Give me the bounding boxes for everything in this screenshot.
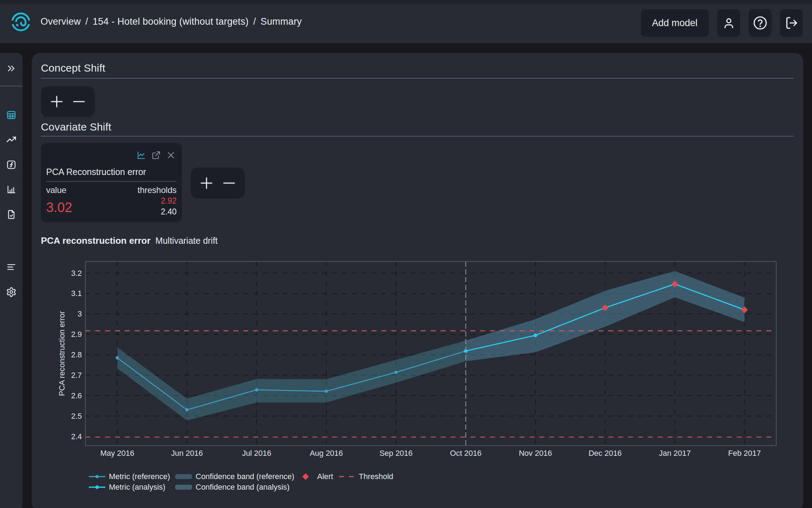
metric-thresholds-label: thresholds bbox=[134, 185, 177, 195]
logout-icon bbox=[785, 16, 799, 30]
sidebar-expand-button[interactable] bbox=[0, 62, 23, 75]
legend-label: Metric (reference) bbox=[109, 472, 170, 481]
legend-swatch-threshold bbox=[339, 471, 353, 482]
section-divider bbox=[41, 78, 794, 79]
chart-subtitle: Multivariate drift bbox=[155, 236, 217, 246]
legend-swatch-line-reference bbox=[89, 471, 105, 482]
sidebar-item-table[interactable] bbox=[0, 105, 23, 125]
sidebar-divider bbox=[0, 86, 23, 86]
sidebar-item-report[interactable] bbox=[0, 205, 23, 224]
app-header: Overview / 154 - Hotel booking (without … bbox=[0, 0, 812, 43]
close-icon bbox=[166, 151, 176, 160]
metric-value: 3.02 bbox=[46, 200, 72, 215]
help-icon bbox=[752, 15, 768, 31]
sidebar-item-trending[interactable] bbox=[0, 130, 23, 149]
header-actions: Add model bbox=[641, 9, 803, 37]
minus-icon bbox=[223, 177, 235, 189]
line-chart-icon bbox=[137, 151, 146, 160]
function-square-icon bbox=[6, 159, 17, 170]
breadcrumb-separator: / bbox=[85, 16, 88, 27]
legend-item-band-reference[interactable]: Confidence band (reference) bbox=[175, 471, 294, 482]
table-icon bbox=[6, 110, 17, 120]
breadcrumb-summary[interactable]: Summary bbox=[260, 16, 302, 27]
help-button[interactable] bbox=[749, 9, 771, 37]
metric-card-title: PCA Reconstruction error bbox=[46, 167, 146, 177]
gear-icon bbox=[6, 287, 17, 297]
main-panel: Concept Shift Covariate Shift bbox=[32, 53, 803, 508]
trending-up-icon bbox=[6, 134, 17, 145]
plus-icon bbox=[201, 177, 213, 189]
concept-add-button[interactable] bbox=[48, 93, 66, 110]
sidebar-item-settings[interactable] bbox=[0, 283, 23, 302]
legend-swatch-band-reference bbox=[175, 471, 192, 482]
logout-button[interactable] bbox=[780, 9, 803, 37]
add-model-button[interactable]: Add model bbox=[641, 9, 709, 37]
section-title-concept-shift: Concept Shift bbox=[41, 62, 105, 74]
legend-item-band-analysis[interactable]: Confidence band (analysis) bbox=[175, 482, 290, 492]
legend-label: Confidence band (analysis) bbox=[196, 483, 290, 492]
breadcrumb-overview[interactable]: Overview bbox=[41, 16, 81, 27]
concept-remove-button[interactable] bbox=[70, 93, 88, 110]
chart-title: PCA reconstruction error bbox=[41, 235, 150, 246]
metric-card-divider bbox=[46, 181, 177, 182]
nannyml-logo bbox=[11, 12, 30, 31]
legend-label: Metric (analysis) bbox=[109, 483, 165, 492]
legend-label: Threshold bbox=[359, 472, 393, 481]
user-icon bbox=[722, 16, 736, 30]
metric-value-label: value bbox=[46, 185, 66, 195]
show-chart-button[interactable] bbox=[137, 151, 146, 160]
minus-icon bbox=[73, 96, 85, 108]
chevrons-right-icon bbox=[6, 63, 17, 74]
legend-label: Confidence band (reference) bbox=[196, 472, 294, 481]
legend-swatch-band-analysis bbox=[175, 482, 192, 492]
metric-threshold-lower: 2.40 bbox=[134, 207, 177, 217]
sidebar-item-logs[interactable] bbox=[0, 258, 23, 277]
section-title-covariate-shift: Covariate Shift bbox=[41, 121, 111, 133]
plus-icon bbox=[51, 96, 63, 108]
chart-heading: PCA reconstruction errorMultivariate dri… bbox=[41, 235, 218, 246]
breadcrumb-separator: / bbox=[253, 16, 256, 27]
concept-shift-card bbox=[41, 86, 95, 117]
covariate-add-button[interactable] bbox=[198, 174, 215, 192]
close-button[interactable] bbox=[166, 151, 176, 160]
legend-swatch-line-analysis bbox=[89, 482, 105, 492]
legend-item-metric-reference[interactable]: Metric (reference) bbox=[89, 471, 170, 482]
open-external-button[interactable] bbox=[152, 151, 161, 160]
breadcrumb: Overview / 154 - Hotel booking (without … bbox=[41, 0, 302, 43]
align-left-lines-icon bbox=[6, 262, 17, 272]
legend-item-alert[interactable]: Alert bbox=[299, 471, 333, 482]
section-divider bbox=[41, 136, 794, 137]
sidebar bbox=[0, 53, 23, 508]
legend-item-metric-analysis[interactable]: Metric (analysis) bbox=[89, 482, 165, 492]
sidebar-item-function[interactable] bbox=[0, 155, 23, 174]
user-button[interactable] bbox=[717, 9, 740, 37]
legend-label: Alert bbox=[317, 472, 333, 481]
sidebar-item-bar-chart[interactable] bbox=[0, 180, 23, 199]
legend-item-threshold[interactable]: Threshold bbox=[339, 471, 393, 482]
metric-threshold-upper: 2.92 bbox=[134, 196, 177, 206]
covariate-remove-button[interactable] bbox=[220, 174, 238, 192]
external-link-icon bbox=[152, 151, 161, 160]
bar-chart-icon bbox=[6, 184, 17, 195]
breadcrumb-model[interactable]: 154 - Hotel booking (without targets) bbox=[93, 16, 249, 27]
covariate-shift-card bbox=[191, 168, 245, 199]
file-check-icon bbox=[6, 209, 17, 220]
legend-swatch-alert bbox=[299, 471, 312, 482]
